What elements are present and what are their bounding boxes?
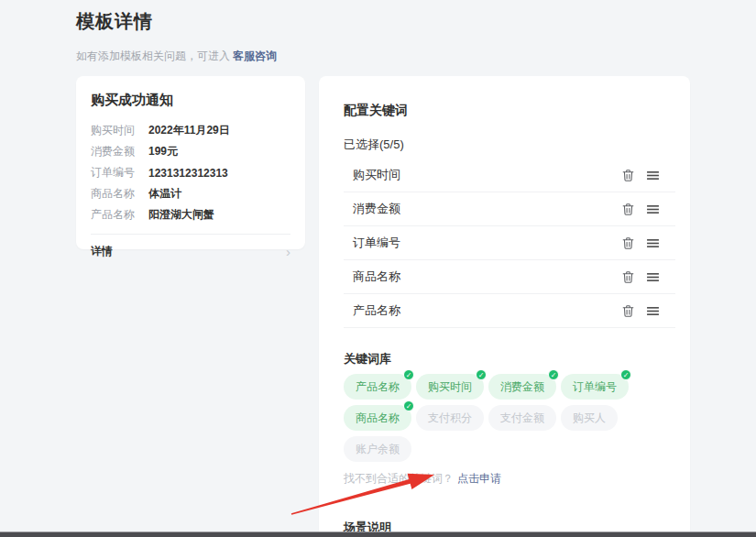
keyword-label: 购买时间 [353, 167, 620, 183]
check-icon: ✓ [548, 369, 559, 380]
keyword-label: 商品名称 [353, 268, 620, 285]
keyword-tag[interactable]: 订单编号✓ [561, 374, 629, 400]
drag-handle-icon[interactable] [645, 269, 660, 284]
keyword-label: 订单编号 [353, 235, 620, 251]
check-icon: ✓ [620, 369, 631, 380]
drag-handle-icon[interactable] [645, 202, 660, 216]
page-title: 模板详情 [0, 0, 756, 32]
tag-label: 购买时间 [428, 380, 472, 393]
tag-label: 购买人 [573, 411, 606, 424]
field-value: 阳澄湖大闸蟹 [148, 207, 214, 223]
drag-handle-icon[interactable] [645, 168, 660, 182]
template-field-row: 商品名称体温计 [91, 183, 290, 204]
chevron-right-icon: › [286, 247, 290, 258]
field-label: 订单编号 [91, 165, 148, 181]
template-field-row: 购买时间2022年11月29日 [91, 120, 290, 141]
delete-icon[interactable] [620, 269, 635, 284]
selected-keyword-list: 购买时间消费金额订单编号商品名称产品名称 [344, 159, 675, 328]
template-field-list: 购买时间2022年11月29日消费金额199元订单编号1231312312313… [91, 120, 290, 225]
row-icons [620, 303, 660, 318]
delete-icon[interactable] [620, 202, 635, 216]
field-label: 产品名称 [91, 207, 148, 223]
drag-handle-icon[interactable] [645, 236, 660, 250]
tag-label: 产品名称 [356, 380, 400, 393]
template-name: 购买成功通知 [91, 92, 290, 107]
check-icon: ✓ [403, 369, 414, 380]
field-label: 购买时间 [91, 123, 148, 138]
tag-label: 账户余额 [356, 443, 400, 455]
row-icons [620, 236, 660, 250]
field-value: 1231312312313 [148, 167, 228, 180]
template-field-row: 订单编号1231312312313 [91, 162, 290, 183]
tag-label: 商品名称 [356, 411, 400, 424]
subtitle-text: 如有添加模板相关问题，可进入 [76, 49, 230, 62]
field-value: 199元 [148, 144, 178, 159]
tag-label: 支付积分 [428, 411, 472, 424]
page-subtitle: 如有添加模板相关问题，可进入客服咨询 [76, 49, 756, 64]
template-preview-card: 购买成功通知 购买时间2022年11月29日消费金额199元订单编号123131… [76, 76, 305, 249]
keyword-tag[interactable]: 账户余额 [344, 436, 411, 462]
selected-keyword-row: 购买时间 [344, 159, 675, 192]
apply-link[interactable]: 点击申请 [457, 472, 501, 485]
config-panel-title: 配置关键词 [344, 103, 675, 117]
keyword-config-panel: 配置关键词 已选择(5/5) 购买时间消费金额订单编号商品名称产品名称 关键词库… [319, 76, 690, 537]
field-value: 2022年11月29日 [148, 123, 230, 138]
delete-icon[interactable] [620, 303, 635, 318]
template-field-row: 消费金额199元 [91, 141, 290, 162]
field-label: 消费金额 [91, 144, 148, 159]
tag-label: 支付金额 [500, 411, 544, 424]
detail-label: 详情 [91, 244, 113, 259]
check-icon: ✓ [403, 400, 414, 411]
keyword-library-title: 关键词库 [344, 352, 675, 366]
customer-service-link[interactable]: 客服咨询 [233, 49, 277, 62]
keyword-tag[interactable]: 商品名称✓ [344, 405, 411, 431]
drag-handle-icon[interactable] [645, 303, 660, 318]
template-field-row: 产品名称阳澄湖大闸蟹 [91, 204, 290, 225]
apply-hint: 找不到合适的关键词？点击申请 [344, 472, 675, 485]
delete-icon[interactable] [620, 168, 635, 182]
field-value: 体温计 [148, 186, 181, 202]
selected-keyword-row: 订单编号 [344, 226, 675, 260]
keyword-tag[interactable]: 支付金额 [488, 405, 556, 431]
keyword-tag[interactable]: 支付积分 [416, 405, 484, 431]
keyword-tag[interactable]: 购买人 [561, 405, 618, 431]
selected-count-label: 已选择(5/5) [344, 137, 675, 151]
keyword-tag[interactable]: 消费金额✓ [488, 374, 556, 400]
selected-keyword-row: 产品名称 [344, 294, 675, 328]
row-icons [620, 269, 660, 284]
tag-label: 订单编号 [573, 380, 617, 393]
tag-label: 消费金额 [500, 380, 544, 393]
field-label: 商品名称 [91, 186, 148, 202]
row-icons [620, 202, 660, 216]
row-icons [620, 168, 660, 182]
keyword-label: 产品名称 [353, 302, 620, 319]
selected-keyword-row: 消费金额 [344, 192, 675, 226]
check-icon: ✓ [476, 369, 487, 380]
keyword-tag-list: 产品名称✓购买时间✓消费金额✓订单编号✓商品名称✓支付积分支付金额购买人账户余额 [344, 370, 650, 462]
delete-icon[interactable] [620, 236, 635, 250]
keyword-tag[interactable]: 购买时间✓ [416, 374, 484, 400]
keyword-tag[interactable]: 产品名称✓ [344, 374, 411, 400]
detail-row[interactable]: 详情 › [91, 234, 290, 259]
selected-keyword-row: 商品名称 [344, 260, 675, 294]
keyword-label: 消费金额 [353, 201, 620, 217]
apply-hint-text: 找不到合适的关键词？ [344, 472, 454, 485]
bottom-scrollbar[interactable] [0, 532, 756, 537]
